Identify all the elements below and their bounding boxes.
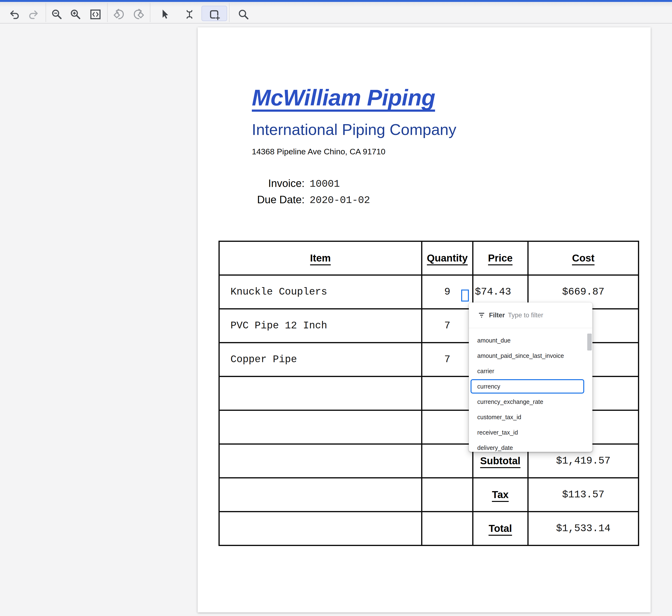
dropdown-item[interactable]: delivery_date (469, 440, 592, 452)
zoom-in-button[interactable] (70, 9, 81, 20)
summary-row: Tax $113.57 (219, 478, 639, 512)
toolbar-separator (150, 3, 150, 22)
toolbar-separator (107, 3, 108, 22)
cell-item[interactable] (219, 377, 422, 410)
dropdown-item[interactable]: customer_tax_id (469, 409, 592, 425)
window-accent-bar (0, 0, 672, 2)
rotate-left-button[interactable] (113, 9, 125, 20)
cursor-icon (159, 9, 170, 20)
total-value-cell[interactable]: $1,533.14 (528, 512, 639, 546)
table-header-row: Item Quantity Price Cost (219, 241, 639, 275)
selected-item-outline (471, 379, 584, 394)
cursor-tool-button[interactable] (159, 9, 170, 20)
cell-item[interactable]: Copper Pipe (219, 343, 422, 377)
header-item: Item (219, 241, 422, 275)
dropdown-scrollbar-thumb[interactable] (587, 334, 592, 350)
dropdown-item[interactable]: carrier (469, 363, 592, 379)
text-select-tool-button[interactable] (184, 9, 195, 20)
due-date-label: Due Date: (198, 194, 304, 206)
cell-item[interactable] (219, 410, 422, 444)
invoice-label: Invoice: (198, 177, 304, 189)
summary-row: Total $1,533.14 (219, 512, 639, 546)
text-select-icon (184, 9, 195, 20)
filter-dropdown: Filter Type to filter amount_due amount_… (469, 302, 592, 452)
company-address: 14368 Pipeline Ave Chino, CA 91710 (252, 147, 386, 156)
toolbar-separator (46, 3, 46, 22)
undo-icon (9, 9, 21, 20)
region-select-tool-button[interactable] (208, 9, 220, 20)
tax-label-cell: Tax (473, 478, 528, 512)
filter-placeholder: Type to filter (508, 312, 543, 319)
fit-code-button[interactable] (90, 9, 101, 20)
cell-quantity[interactable] (422, 410, 473, 444)
filter-icon (478, 312, 485, 319)
code-fit-icon (90, 9, 101, 20)
dollar-selection-box[interactable] (461, 290, 469, 302)
total-label-cell: Total (473, 512, 528, 546)
cell-quantity[interactable] (422, 377, 473, 410)
zoom-out-icon (51, 9, 63, 20)
toolbar-separator (229, 3, 229, 22)
zoom-out-button[interactable] (51, 9, 63, 20)
header-cost: Cost (528, 241, 639, 275)
app-window: McWilliam Piping International Piping Co… (0, 0, 672, 616)
due-date-value: 2020-01-02 (309, 194, 370, 206)
dropdown-item[interactable]: amount_due (469, 333, 592, 348)
dropdown-item[interactable]: currency_exchange_rate (469, 394, 592, 409)
company-subtitle: International Piping Company (252, 122, 457, 137)
search-button[interactable] (238, 9, 249, 20)
filter-input[interactable]: Filter Type to filter (469, 302, 592, 328)
header-quantity: Quantity (422, 241, 473, 275)
dropdown-item[interactable]: amount_paid_since_last_invoice (469, 348, 592, 363)
region-select-icon (208, 9, 220, 20)
undo-button[interactable] (9, 9, 21, 20)
company-title: McWilliam Piping (252, 86, 435, 112)
rotate-left-icon (113, 9, 125, 20)
rotate-right-button[interactable] (133, 9, 144, 20)
toolbar (0, 2, 672, 23)
invoice-number: 10001 (309, 178, 340, 190)
search-icon (238, 9, 249, 20)
redo-button[interactable] (27, 9, 39, 20)
cell-item[interactable]: Knuckle Couplers (219, 275, 422, 309)
redo-icon (27, 9, 39, 20)
header-price: Price (473, 241, 528, 275)
cell-quantity[interactable]: 7 (422, 343, 473, 377)
cell-quantity[interactable]: 7 (422, 309, 473, 343)
filter-label: Filter (489, 312, 505, 319)
tax-value-cell[interactable]: $113.57 (528, 478, 639, 512)
rotate-right-icon (133, 9, 144, 20)
dropdown-item[interactable]: receiver_tax_id (469, 425, 592, 440)
zoom-in-icon (70, 9, 81, 20)
cell-item[interactable]: PVC Pipe 12 Inch (219, 309, 422, 343)
